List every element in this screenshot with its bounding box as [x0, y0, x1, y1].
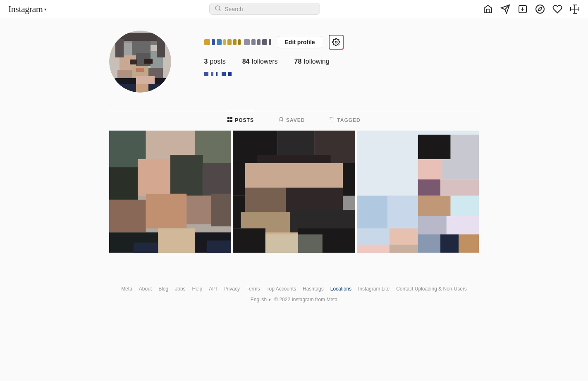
tab-saved-label: SAVED [286, 117, 305, 123]
post-3[interactable] [357, 131, 479, 253]
svg-rect-42 [227, 120, 229, 122]
posts-label: posts [210, 58, 225, 65]
username-icon-6 [233, 39, 237, 45]
footer-link-locations[interactable]: Locations [330, 286, 351, 292]
svg-rect-90 [447, 216, 479, 236]
username-icon-9 [251, 39, 256, 45]
svg-rect-38 [136, 68, 144, 72]
svg-rect-47 [146, 131, 194, 159]
svg-rect-35 [157, 37, 165, 57]
svg-rect-50 [137, 159, 170, 196]
svg-rect-88 [450, 196, 479, 216]
followers-count: 84 [242, 58, 250, 65]
posts-count: 3 [204, 58, 208, 65]
svg-rect-69 [343, 163, 355, 196]
copyright-text: © 2022 Instagram from Meta [274, 297, 337, 302]
new-post-icon[interactable] [518, 4, 528, 14]
grid-icon [227, 117, 232, 123]
post-1[interactable] [109, 131, 232, 253]
language-selector[interactable]: English ▾ [251, 297, 271, 302]
explore-icon[interactable] [535, 4, 545, 14]
svg-rect-71 [286, 188, 343, 212]
svg-rect-53 [109, 200, 146, 233]
svg-rect-61 [207, 241, 231, 253]
svg-rect-60 [134, 243, 158, 253]
footer-link-top-accounts[interactable]: Top Accounts [267, 286, 296, 292]
profile-bio [204, 72, 479, 76]
avatar [109, 31, 171, 93]
bookmark-icon [279, 117, 284, 123]
svg-line-1 [219, 10, 220, 11]
instagram-logo: Instagram [8, 4, 43, 14]
tab-saved[interactable]: SAVED [279, 111, 305, 129]
svg-rect-99 [390, 245, 418, 253]
following-count: 78 [294, 58, 302, 65]
footer-link-api[interactable]: API [209, 286, 217, 292]
logo-chevron-icon[interactable]: ▾ [44, 7, 46, 12]
username-icon-8 [244, 39, 250, 45]
add-cross-icon[interactable] [570, 4, 580, 14]
username-icon-1 [204, 39, 210, 45]
footer-copyright: English ▾ © 2022 Instagram from Meta [117, 297, 471, 302]
search-icon [215, 5, 221, 13]
svg-rect-33 [120, 33, 161, 41]
footer: Meta About Blog Jobs Help API Privacy Te… [109, 278, 479, 311]
svg-rect-81 [450, 135, 479, 159]
svg-point-7 [536, 5, 544, 13]
footer-link-privacy[interactable]: Privacy [224, 286, 240, 292]
search-bar[interactable] [209, 3, 320, 15]
svg-rect-82 [418, 159, 442, 179]
following-label: following [304, 58, 329, 65]
home-icon[interactable] [483, 4, 493, 14]
svg-rect-31 [136, 84, 148, 93]
tab-tagged[interactable]: TAGGED [330, 111, 360, 129]
footer-link-terms[interactable]: Terms [246, 286, 260, 292]
svg-rect-51 [170, 155, 203, 196]
svg-rect-78 [265, 234, 323, 252]
search-input[interactable] [225, 6, 315, 12]
svg-rect-68 [233, 163, 245, 196]
footer-link-hashtags[interactable]: Hashtags [303, 286, 324, 292]
footer-link-meta[interactable]: Meta [121, 286, 132, 292]
footer-link-help[interactable]: Help [192, 286, 203, 292]
bio-icon-4 [222, 72, 226, 76]
svg-rect-87 [418, 196, 451, 216]
svg-rect-32 [148, 84, 165, 93]
heart-icon[interactable] [552, 4, 562, 14]
svg-rect-80 [418, 135, 451, 159]
following-stat[interactable]: 78 following [294, 58, 330, 65]
svg-marker-8 [538, 7, 542, 10]
svg-rect-49 [109, 167, 138, 200]
svg-rect-58 [158, 229, 195, 253]
posts-grid [109, 131, 479, 253]
settings-button[interactable] [329, 35, 344, 50]
post-2[interactable] [233, 131, 355, 253]
username-icon-10 [257, 39, 261, 45]
svg-rect-64 [278, 131, 315, 155]
username-icon-3 [217, 39, 222, 45]
tab-posts[interactable]: POSTS [227, 111, 254, 129]
footer-link-jobs[interactable]: Jobs [175, 286, 185, 292]
profile-header: Edit profile 3 posts 84 followers [109, 31, 479, 93]
tab-posts-label: POSTS [235, 117, 254, 123]
svg-rect-96 [440, 234, 459, 252]
edit-profile-button[interactable]: Edit profile [278, 36, 322, 48]
svg-rect-75 [233, 229, 265, 253]
svg-rect-70 [245, 188, 286, 212]
send-icon[interactable] [500, 4, 510, 14]
bio-icon-2 [211, 72, 213, 76]
footer-link-about[interactable]: About [139, 286, 152, 292]
footer-link-blog[interactable]: Blog [158, 286, 168, 292]
profile-tabs: POSTS SAVED TAGGED [109, 111, 479, 129]
svg-rect-97 [459, 234, 479, 252]
svg-point-39 [335, 41, 337, 43]
svg-rect-54 [146, 194, 186, 229]
footer-link-contact[interactable]: Contact Uploading & Non-Users [396, 286, 467, 292]
followers-label: followers [251, 58, 277, 65]
footer-link-instagram-lite[interactable]: Instagram Lite [358, 286, 390, 292]
avatar-image [109, 31, 171, 93]
svg-rect-84 [418, 179, 440, 195]
posts-stat[interactable]: 3 posts [204, 58, 226, 65]
followers-stat[interactable]: 84 followers [242, 58, 278, 65]
username-icon-5 [227, 39, 232, 45]
